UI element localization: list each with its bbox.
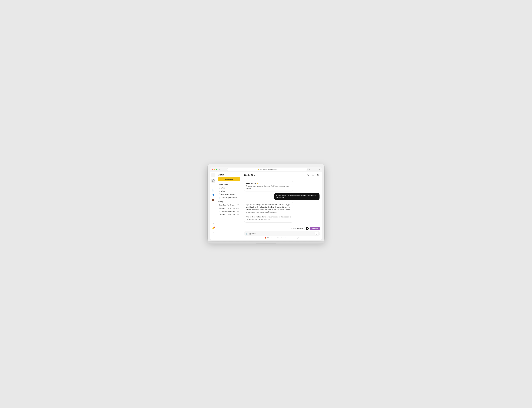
history-item-0[interactable]: Chat about Family Law 9:36 (217, 204, 241, 206)
tab-icon[interactable]: ⊡ (218, 168, 220, 170)
message-bot-text: Please choose a question below, or feel … (246, 185, 291, 190)
user-icon: 👤 (212, 194, 215, 196)
message-user-text-1: What should I do if I've been injured in… (276, 194, 318, 199)
forward-btn[interactable]: › (224, 168, 226, 170)
doc-icon-tax: 📄 (219, 197, 221, 198)
refresh-btn[interactable]: ↻ (309, 168, 311, 170)
stop-icon[interactable] (306, 227, 309, 230)
add-tab-btn[interactable]: + (315, 168, 317, 170)
history-item-name-3: Chat about Family Law (219, 214, 236, 216)
share-btn[interactable]: ⬆ (312, 168, 314, 170)
stop-response-label: Stop response (293, 228, 303, 230)
pinned-doc-tax-law-agreements[interactable]: 📄 Tax Law Agreements compar... (217, 196, 241, 199)
folder-name-2: Work (221, 190, 239, 192)
footer-text-after: and receive a gift (289, 237, 299, 239)
traffic-light-red[interactable] (212, 169, 213, 170)
chat-messages: Hello, Uroos 👋 Please choose a question … (242, 179, 322, 226)
pin-chat-btn[interactable] (311, 173, 315, 177)
doc-icon-history: 📄 (219, 211, 221, 212)
icon-sidebar-bottom: ℹ 🔔 ✦ › (211, 221, 215, 239)
folder-item-work-1[interactable]: 🗂 Work ∨ (217, 186, 241, 189)
prompts-button[interactable]: Prompts (310, 227, 320, 230)
message-bot-title: Hello, Uroos 👋 (246, 182, 291, 184)
browser-nav-icons: ⊡ ‹ › (218, 168, 226, 170)
history-item-time-1: 10:58 (236, 207, 239, 209)
chat-footer: 🎁 Help us improve! Take a 1-min Survey a… (244, 237, 320, 239)
browser-chrome: ⊡ ‹ › 🔒 app.allawyer.pro/main#/chat/ ↻ ⬆… (210, 167, 322, 172)
history-item-name-1: Chat about Family Law (219, 207, 236, 209)
chat-bottom: Stop response Prompts 📎 (242, 226, 322, 240)
sidebar-icon-notification[interactable]: 🔔 (211, 226, 215, 230)
pinned-doc-name-1: Tax Law Agreements compar... (221, 197, 239, 199)
browser-right-actions: ↻ ⬆ + ⧉ (309, 168, 320, 170)
chat-input[interactable] (249, 233, 314, 235)
back-btn[interactable]: ‹ (221, 168, 223, 170)
svg-point-2 (317, 175, 318, 176)
sidebar-icon-document[interactable]: 📄 (211, 188, 215, 192)
history-item-time-0: 9:36 (237, 204, 239, 206)
history-item-2[interactable]: 📄 Tax Law Agreement... Thu (217, 210, 241, 213)
folder-icon-1: 🗂 (219, 187, 220, 189)
chats-title: Chats (218, 174, 240, 176)
url-text: app.allawyer.pro/main#/chat/ (260, 169, 276, 170)
history-more-btn[interactable]: ⋯ (238, 201, 240, 203)
traffic-light-yellow[interactable] (214, 169, 215, 170)
history-item-1[interactable]: Chat about Family Law 10:58 (217, 207, 241, 210)
pinned-chats-more-btn[interactable]: ⋯ (238, 184, 240, 186)
footer-survey-link[interactable]: Survey (285, 237, 289, 239)
folder-item-work-2[interactable]: 🗂 Work ∨ (217, 190, 241, 193)
pinned-chat-tax-law[interactable]: 💬 Chat about Tax Law (217, 193, 241, 196)
chat-sidebar-header: Chats New Chat (216, 172, 242, 182)
mic-icon[interactable] (315, 232, 318, 236)
stop-response-row: Stop response Prompts (244, 227, 320, 230)
notification-badge (214, 227, 215, 228)
chat-icon-tax: 💬 (219, 194, 221, 195)
history-label: History (218, 201, 223, 203)
app-container: ⊡ 💬 📄 👤 💼 (210, 172, 322, 240)
history-item-name-0: Chat about Family Law (219, 204, 236, 206)
attach-icon[interactable]: 📎 (245, 233, 248, 235)
chat-header: Chat's Title (242, 172, 322, 179)
new-chat-button[interactable]: New Chat (218, 177, 240, 181)
folder-chevron-2: ∨ (239, 190, 239, 192)
sidebar-icon-briefcase[interactable]: 💼 (211, 198, 215, 202)
tabs-btn[interactable]: ⧉ (318, 168, 320, 170)
address-bar[interactable]: 🔒 app.allawyer.pro/main#/chat/ (227, 168, 308, 171)
history-item-name-2: Tax Law Agreement... (221, 211, 237, 212)
message-user-1: What should I do if I've been injured in… (274, 193, 319, 200)
history-item-time-2: Thu (237, 211, 239, 212)
sidebar-icon-settings[interactable]: ✦ (211, 231, 215, 235)
info-icon: ℹ (213, 222, 214, 225)
sidebar-icon-user[interactable]: 👤 (211, 193, 215, 197)
chat-header-actions (306, 173, 319, 177)
laptop-base (208, 241, 324, 244)
stop-response-button[interactable]: Stop response (291, 227, 305, 230)
sidebar-collapse-btn[interactable]: › (212, 236, 215, 239)
laptop-screen: ⊡ ‹ › 🔒 app.allawyer.pro/main#/chat/ ↻ ⬆… (210, 167, 322, 240)
history-item-3[interactable]: Chat about Family Law Wed (217, 213, 241, 216)
settings-chat-btn[interactable] (316, 173, 319, 177)
sidebar-icon-info[interactable]: ℹ (211, 221, 215, 226)
message-bot-greeting: Hello, Uroos 👋 Please choose a question … (244, 181, 293, 191)
laptop-bezel: ⊡ ‹ › 🔒 app.allawyer.pro/main#/chat/ ↻ ⬆… (208, 164, 324, 241)
icon-sidebar: ⊡ 💬 📄 👤 💼 (210, 172, 216, 240)
chat-title: Chat's Title (244, 174, 255, 176)
folder-name-1: Work (221, 187, 239, 189)
history-section-header: History ⋯ (216, 199, 242, 203)
share-chat-btn[interactable] (306, 173, 310, 177)
main-chat: Chat's Title (242, 172, 322, 240)
chat-sidebar: Chats New Chat Pinned chats ⋯ 🗂 Work (216, 172, 242, 240)
icon-sidebar-top: ⊡ 💬 📄 👤 💼 (211, 173, 215, 221)
pinned-chats-label: Pinned chats (218, 184, 228, 186)
folder-chevron-1: ∨ (239, 187, 239, 189)
logo-icon: ⊡ (211, 173, 215, 177)
sidebar-icon-chat[interactable]: 💬 (211, 178, 215, 183)
logo-symbol: ⊡ (213, 174, 214, 176)
chat-input-row: 📎 (244, 231, 320, 237)
traffic-light-green[interactable] (216, 169, 217, 170)
pinned-chat-name-1: Chat about Tax Law (221, 194, 239, 195)
traffic-lights (212, 169, 217, 170)
briefcase-icon: 💼 (212, 198, 215, 201)
pinned-chats-section-header: Pinned chats ⋯ (216, 182, 242, 186)
chat-icon: 💬 (212, 179, 215, 182)
